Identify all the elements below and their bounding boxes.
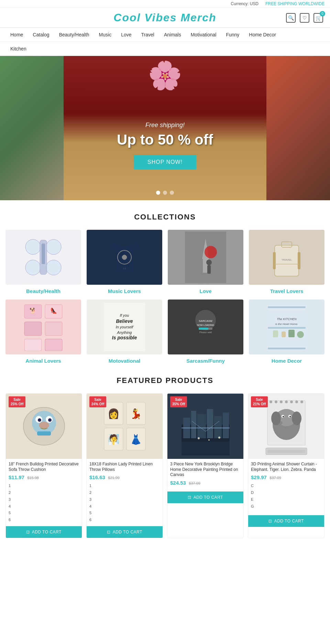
svg-point-91 — [295, 400, 298, 403]
svg-point-57 — [48, 418, 52, 422]
nav-funny[interactable]: Funny — [221, 28, 244, 42]
hero-cta-button[interactable]: SHOP NOW! — [134, 155, 196, 169]
nav-motivational[interactable]: Motivational — [186, 28, 221, 42]
svg-point-2 — [25, 260, 41, 275]
add-to-cart-btn-2[interactable]: ⊡ ADD TO CART — [87, 526, 163, 538]
collection-motov[interactable]: If you Believe In yourself Anything Is p… — [87, 300, 162, 364]
product-name-2: 18X18 Fashion Lady Printed Linen Throw P… — [89, 462, 160, 472]
product-card-4[interactable]: Sale 21% Off — [248, 393, 324, 538]
nav-travel[interactable]: Travel — [136, 28, 159, 42]
nav-kitchen[interactable]: Kitchen — [6, 42, 31, 56]
add-to-cart-btn-3[interactable]: ⊡ ADD TO CART — [167, 492, 243, 503]
svg-rect-80 — [182, 442, 230, 455]
wishlist-icon[interactable]: ♡ — [300, 13, 309, 23]
svg-text:👗: 👗 — [130, 434, 142, 445]
collection-love[interactable]: Love — [168, 230, 243, 294]
hero-banner: 🌸 Free shipping! Up to 50 % off SHOP NOW… — [0, 56, 330, 200]
product-old-price-3: $37.09 — [189, 481, 200, 485]
svg-rect-74 — [207, 409, 213, 438]
product-name-3: 3 Piece New York Brooklyn Bridge Home De… — [170, 462, 241, 478]
svg-point-86 — [270, 400, 272, 403]
collection-homedecor-img: The KITCHEN is the Heart Home. — [249, 300, 324, 354]
nav-row-1: Home Catalog Beauty/Health Music Love Tr… — [0, 28, 330, 42]
collection-music-label: Music Lovers — [108, 288, 141, 294]
svg-text:🧖: 🧖 — [107, 434, 119, 445]
product-info-3: 3 Piece New York Brooklyn Bridge Home De… — [167, 459, 243, 489]
add-to-cart-btn-4[interactable]: ⊡ ADD TO CART — [248, 515, 324, 527]
nav-home[interactable]: Home — [6, 28, 28, 42]
hero-dot-3[interactable] — [170, 191, 174, 195]
svg-point-92 — [300, 400, 303, 403]
collection-beauty[interactable]: Beauty/Health — [6, 230, 81, 294]
hero-dot-1[interactable] — [156, 191, 160, 195]
product-old-price-1: $15.98 — [27, 476, 39, 480]
product-card-2[interactable]: Sale 24% Off 👩 💃 🧖 👗 — [86, 393, 163, 538]
sale-badge-3: Sale 35% Off — [170, 396, 187, 407]
collections-grid: Beauty/Health ♪♫ Music Lovers — [0, 230, 330, 364]
collection-music[interactable]: ♪♫ Music Lovers — [87, 230, 162, 294]
svg-text:👠: 👠 — [50, 307, 57, 314]
cart-icon[interactable]: 🛒 0 — [314, 13, 323, 23]
nav-homedecor[interactable]: Home Decor — [244, 28, 281, 42]
collection-animal[interactable]: 🐕 👠 Animal Lovers — [6, 300, 81, 364]
site-title[interactable]: Cool Vibes Merch — [113, 11, 216, 24]
svg-rect-76 — [223, 413, 229, 438]
svg-point-3 — [46, 260, 61, 275]
product-variants-2: 1 2 3 4 5 6 — [89, 483, 160, 523]
svg-point-83 — [218, 437, 220, 439]
collection-music-img: ♪♫ — [87, 230, 162, 285]
svg-rect-48 — [282, 331, 286, 337]
top-bar: Currency: USD FREE SHIPPING WORLDWIDE — [0, 0, 330, 8]
svg-text:Please wait: Please wait — [199, 331, 212, 334]
collection-sarcasm-img: SARCASM NOW LOADING Please wait — [168, 300, 243, 354]
nav-catalog[interactable]: Catalog — [28, 28, 54, 42]
collection-travel[interactable]: TRAVEL Travel Lovers — [249, 230, 324, 294]
hero-dot-2[interactable] — [163, 191, 167, 195]
cart-icon-btn-2: ⊡ — [107, 530, 111, 534]
svg-text:👩: 👩 — [107, 408, 119, 419]
search-icon[interactable]: 🔍 — [286, 13, 296, 23]
product-card-3[interactable]: Sale 35% Off — [167, 393, 244, 538]
hero-free-shipping: Free shipping! — [117, 122, 213, 129]
collection-homedecor-label: Home Decor — [272, 358, 302, 364]
svg-text:The KITCHEN: The KITCHEN — [277, 317, 297, 321]
svg-point-100 — [289, 416, 291, 417]
nav-animals[interactable]: Animals — [159, 28, 186, 42]
hero-center: 🌸 Free shipping! Up to 50 % off SHOP NOW… — [64, 56, 266, 200]
svg-rect-23 — [45, 322, 62, 336]
nav-love[interactable]: Love — [116, 28, 136, 42]
cart-icon-btn: ⊡ — [26, 530, 30, 534]
svg-point-95 — [271, 411, 281, 425]
product-card-1[interactable]: Sale 25% Off — [6, 393, 82, 538]
svg-text:💃: 💃 — [130, 408, 142, 419]
svg-rect-22 — [24, 322, 42, 336]
product-info-1: 18" French Bulldog Printed Decorative So… — [6, 459, 82, 526]
nav-beauty[interactable]: Beauty/Health — [54, 28, 94, 42]
svg-point-99 — [283, 416, 284, 417]
collection-love-img — [168, 230, 243, 285]
hero-left-panel — [0, 56, 64, 200]
product-price-1: $11.97 — [9, 474, 24, 480]
nav-music[interactable]: Music — [94, 28, 117, 42]
header: Cool Vibes Merch 🔍 ♡ 🛒 0 — [0, 8, 330, 27]
collection-beauty-img — [6, 230, 81, 285]
svg-text:Anything: Anything — [117, 330, 132, 335]
currency-label: Currency: USD — [231, 1, 258, 6]
product-price-4: $29.97 — [251, 474, 267, 480]
hero-right-panel — [266, 56, 330, 200]
products-grid: Sale 25% Off — [3, 393, 327, 538]
cart-badge: 0 — [320, 11, 325, 16]
add-to-cart-btn-1[interactable]: ⊡ ADD TO CART — [6, 526, 82, 538]
collection-animal-label: Animal Lovers — [25, 358, 61, 364]
collection-homedecor[interactable]: The KITCHEN is the Heart Home. Home Deco… — [249, 300, 324, 364]
svg-point-82 — [208, 439, 210, 441]
svg-rect-43 — [268, 327, 306, 329]
product-variants-1: 1 2 3 4 5 6 — [9, 483, 79, 523]
collection-sarcasm-label: Sarcasm/Funny — [186, 358, 225, 364]
svg-point-58 — [39, 422, 49, 429]
svg-rect-16 — [273, 252, 276, 269]
svg-text:If you: If you — [120, 313, 129, 317]
sale-badge-1: Sale 25% Off — [9, 396, 25, 407]
collection-love-label: Love — [199, 288, 211, 294]
collection-sarcasm[interactable]: SARCASM NOW LOADING Please wait Sarcasm/… — [168, 300, 243, 364]
